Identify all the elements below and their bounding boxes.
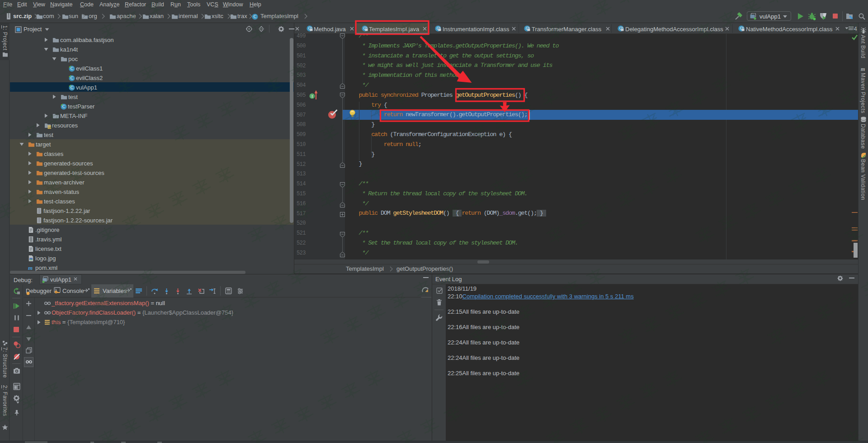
svg-text:I: I — [311, 94, 313, 99]
svg-text:C: C — [254, 14, 256, 19]
svg-text:m: m — [28, 264, 33, 271]
svg-text:m: m — [861, 66, 865, 72]
svg-text:C: C — [71, 76, 73, 80]
svg-text:C: C — [71, 66, 73, 71]
svg-text:C: C — [71, 85, 73, 90]
svg-text:C: C — [62, 104, 65, 109]
